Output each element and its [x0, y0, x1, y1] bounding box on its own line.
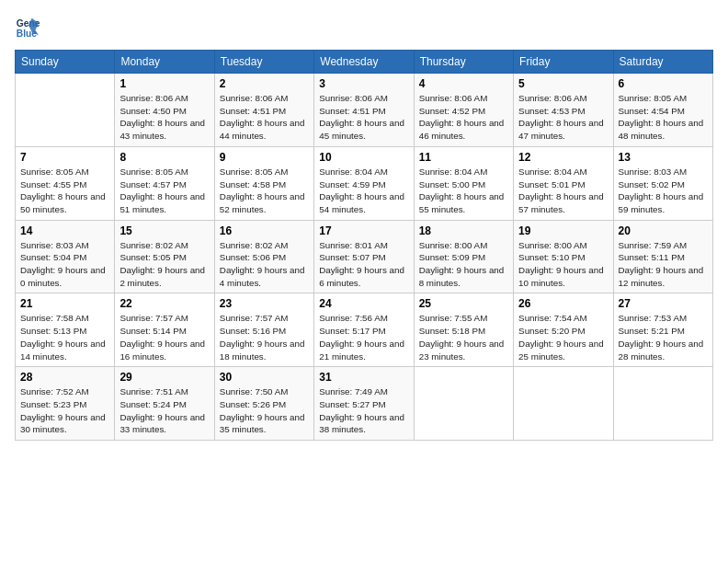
calendar-cell: 8Sunrise: 8:05 AMSunset: 4:57 PMDaylight… — [115, 146, 214, 220]
page-header: General Blue — [15, 15, 713, 40]
day-number: 9 — [220, 151, 309, 164]
day-number: 7 — [20, 151, 109, 164]
day-info: Sunrise: 7:54 AMSunset: 5:20 PMDaylight:… — [518, 312, 608, 362]
column-header-saturday: Saturday — [613, 51, 712, 74]
week-row-4: 21Sunrise: 7:58 AMSunset: 5:13 PMDayligh… — [16, 293, 713, 367]
day-info: Sunrise: 8:06 AMSunset: 4:52 PMDaylight:… — [419, 92, 508, 143]
day-number: 15 — [119, 224, 209, 237]
calendar-cell: 12Sunrise: 8:04 AMSunset: 5:01 PMDayligh… — [514, 146, 613, 220]
calendar-cell: 2Sunrise: 8:06 AMSunset: 4:51 PMDaylight… — [214, 74, 313, 147]
day-info: Sunrise: 7:59 AMSunset: 5:11 PMDaylight:… — [619, 239, 708, 290]
day-info: Sunrise: 7:57 AMSunset: 5:14 PMDaylight:… — [119, 312, 209, 362]
day-number: 8 — [119, 151, 209, 164]
day-number: 3 — [319, 77, 408, 90]
calendar-cell: 4Sunrise: 8:06 AMSunset: 4:52 PMDaylight… — [414, 74, 513, 147]
day-number: 31 — [319, 371, 408, 384]
calendar-cell: 29Sunrise: 7:51 AMSunset: 5:24 PMDayligh… — [115, 367, 214, 441]
day-info: Sunrise: 8:04 AMSunset: 4:59 PMDaylight:… — [319, 166, 408, 216]
day-info: Sunrise: 8:03 AMSunset: 5:04 PMDaylight:… — [20, 239, 109, 290]
calendar-cell: 10Sunrise: 8:04 AMSunset: 4:59 PMDayligh… — [314, 146, 414, 220]
page-container: General Blue SundayMondayTuesdayWednesda… — [0, 0, 728, 448]
day-info: Sunrise: 8:06 AMSunset: 4:51 PMDaylight:… — [220, 92, 309, 143]
day-number: 28 — [20, 371, 109, 384]
column-header-tuesday: Tuesday — [214, 51, 313, 74]
day-info: Sunrise: 8:04 AMSunset: 5:00 PMDaylight:… — [419, 166, 508, 216]
calendar-cell — [414, 367, 513, 441]
calendar-cell: 31Sunrise: 7:49 AMSunset: 5:27 PMDayligh… — [314, 367, 414, 441]
day-number: 25 — [419, 297, 508, 310]
week-row-3: 14Sunrise: 8:03 AMSunset: 5:04 PMDayligh… — [16, 220, 713, 293]
calendar-cell: 24Sunrise: 7:56 AMSunset: 5:17 PMDayligh… — [314, 293, 414, 367]
day-number: 16 — [220, 224, 309, 237]
column-header-friday: Friday — [514, 51, 613, 74]
calendar-cell: 19Sunrise: 8:00 AMSunset: 5:10 PMDayligh… — [514, 220, 613, 293]
calendar-table: SundayMondayTuesdayWednesdayThursdayFrid… — [15, 50, 713, 441]
day-info: Sunrise: 7:51 AMSunset: 5:24 PMDaylight:… — [119, 385, 209, 436]
day-number: 29 — [119, 371, 209, 384]
calendar-cell: 28Sunrise: 7:52 AMSunset: 5:23 PMDayligh… — [16, 367, 115, 441]
day-number: 12 — [518, 151, 608, 164]
day-info: Sunrise: 8:06 AMSunset: 4:50 PMDaylight:… — [119, 92, 209, 143]
logo: General Blue — [15, 15, 44, 40]
day-info: Sunrise: 7:50 AMSunset: 5:26 PMDaylight:… — [220, 385, 309, 436]
calendar-cell: 1Sunrise: 8:06 AMSunset: 4:50 PMDaylight… — [115, 74, 214, 147]
day-info: Sunrise: 8:05 AMSunset: 4:55 PMDaylight:… — [20, 166, 109, 216]
day-info: Sunrise: 7:57 AMSunset: 5:16 PMDaylight:… — [220, 312, 309, 362]
calendar-cell: 16Sunrise: 8:02 AMSunset: 5:06 PMDayligh… — [214, 220, 313, 293]
calendar-cell: 23Sunrise: 7:57 AMSunset: 5:16 PMDayligh… — [214, 293, 313, 367]
day-number: 21 — [20, 297, 109, 310]
day-info: Sunrise: 7:52 AMSunset: 5:23 PMDaylight:… — [20, 385, 109, 436]
day-number: 6 — [619, 77, 708, 90]
day-info: Sunrise: 7:55 AMSunset: 5:18 PMDaylight:… — [419, 312, 508, 362]
day-info: Sunrise: 8:06 AMSunset: 4:51 PMDaylight:… — [319, 92, 408, 143]
day-info: Sunrise: 7:58 AMSunset: 5:13 PMDaylight:… — [20, 312, 109, 362]
day-info: Sunrise: 7:49 AMSunset: 5:27 PMDaylight:… — [319, 385, 408, 436]
calendar-cell: 25Sunrise: 7:55 AMSunset: 5:18 PMDayligh… — [414, 293, 513, 367]
calendar-body: 1Sunrise: 8:06 AMSunset: 4:50 PMDaylight… — [16, 74, 713, 441]
day-info: Sunrise: 7:56 AMSunset: 5:17 PMDaylight:… — [319, 312, 408, 362]
calendar-cell: 22Sunrise: 7:57 AMSunset: 5:14 PMDayligh… — [115, 293, 214, 367]
day-info: Sunrise: 8:03 AMSunset: 5:02 PMDaylight:… — [619, 166, 708, 216]
day-number: 5 — [518, 77, 608, 90]
day-number: 20 — [619, 224, 708, 237]
calendar-cell — [16, 74, 115, 147]
calendar-cell: 30Sunrise: 7:50 AMSunset: 5:26 PMDayligh… — [214, 367, 313, 441]
week-row-1: 1Sunrise: 8:06 AMSunset: 4:50 PMDaylight… — [16, 74, 713, 147]
column-header-monday: Monday — [115, 51, 214, 74]
day-info: Sunrise: 8:02 AMSunset: 5:05 PMDaylight:… — [119, 239, 209, 290]
calendar-cell: 20Sunrise: 7:59 AMSunset: 5:11 PMDayligh… — [613, 220, 712, 293]
day-info: Sunrise: 7:53 AMSunset: 5:21 PMDaylight:… — [619, 312, 708, 362]
day-number: 27 — [619, 297, 708, 310]
calendar-cell: 21Sunrise: 7:58 AMSunset: 5:13 PMDayligh… — [16, 293, 115, 367]
day-number: 24 — [319, 297, 408, 310]
week-row-5: 28Sunrise: 7:52 AMSunset: 5:23 PMDayligh… — [16, 367, 713, 441]
day-info: Sunrise: 8:06 AMSunset: 4:53 PMDaylight:… — [518, 92, 608, 143]
calendar-cell: 18Sunrise: 8:00 AMSunset: 5:09 PMDayligh… — [414, 220, 513, 293]
day-info: Sunrise: 8:00 AMSunset: 5:09 PMDaylight:… — [419, 239, 508, 290]
day-number: 2 — [220, 77, 309, 90]
day-number: 17 — [319, 224, 408, 237]
day-number: 1 — [119, 77, 209, 90]
calendar-cell: 26Sunrise: 7:54 AMSunset: 5:20 PMDayligh… — [514, 293, 613, 367]
day-info: Sunrise: 8:02 AMSunset: 5:06 PMDaylight:… — [220, 239, 309, 290]
day-number: 19 — [518, 224, 608, 237]
calendar-cell: 3Sunrise: 8:06 AMSunset: 4:51 PMDaylight… — [314, 74, 414, 147]
calendar-cell: 17Sunrise: 8:01 AMSunset: 5:07 PMDayligh… — [314, 220, 414, 293]
day-number: 11 — [419, 151, 508, 164]
day-number: 23 — [220, 297, 309, 310]
day-info: Sunrise: 8:01 AMSunset: 5:07 PMDaylight:… — [319, 239, 408, 290]
day-number: 26 — [518, 297, 608, 310]
calendar-cell — [514, 367, 613, 441]
day-info: Sunrise: 8:05 AMSunset: 4:54 PMDaylight:… — [619, 92, 708, 143]
day-number: 14 — [20, 224, 109, 237]
day-number: 10 — [319, 151, 408, 164]
calendar-header-row: SundayMondayTuesdayWednesdayThursdayFrid… — [16, 51, 713, 74]
calendar-cell: 14Sunrise: 8:03 AMSunset: 5:04 PMDayligh… — [16, 220, 115, 293]
day-info: Sunrise: 8:04 AMSunset: 5:01 PMDaylight:… — [518, 166, 608, 216]
week-row-2: 7Sunrise: 8:05 AMSunset: 4:55 PMDaylight… — [16, 146, 713, 220]
column-header-thursday: Thursday — [414, 51, 513, 74]
calendar-cell: 27Sunrise: 7:53 AMSunset: 5:21 PMDayligh… — [613, 293, 712, 367]
calendar-cell: 11Sunrise: 8:04 AMSunset: 5:00 PMDayligh… — [414, 146, 513, 220]
calendar-cell — [613, 367, 712, 441]
calendar-cell: 6Sunrise: 8:05 AMSunset: 4:54 PMDaylight… — [613, 74, 712, 147]
